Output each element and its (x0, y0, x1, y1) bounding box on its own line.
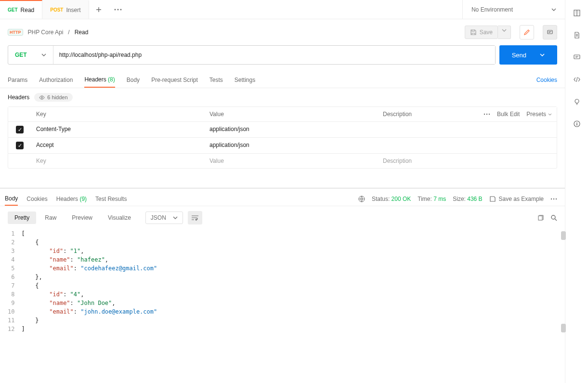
breadcrumb-request: Read (75, 29, 89, 36)
new-tab-button[interactable] (89, 0, 108, 19)
method-badge: POST (50, 7, 63, 13)
view-preview[interactable]: Preview (65, 211, 99, 224)
documentation-icon[interactable] (573, 9, 581, 17)
col-description: Description (378, 107, 468, 121)
tabs-more-button[interactable] (108, 0, 128, 19)
format-selector[interactable]: JSON (145, 211, 183, 224)
response-body-viewer[interactable]: 123456789101112 [ { "id": "1", "name": "… (0, 229, 565, 333)
headers-table: Key Value Description Bulk Edit Presets … (8, 106, 557, 169)
document-icon[interactable] (573, 31, 581, 40)
svg-point-13 (551, 215, 555, 219)
view-visualize[interactable]: Visualize (101, 211, 138, 224)
save-button[interactable]: Save (465, 26, 498, 39)
send-button[interactable]: Send (499, 45, 557, 65)
hidden-headers-toggle[interactable]: 6 hidden (34, 93, 72, 102)
search-button[interactable] (550, 214, 557, 221)
tab-body[interactable]: Body (127, 73, 140, 87)
presets-dropdown[interactable]: Presets (526, 111, 552, 118)
tab-params[interactable]: Params (8, 73, 27, 87)
tab-tests[interactable]: Tests (209, 73, 223, 87)
tab-read[interactable]: GET Read (0, 0, 42, 19)
chevron-down-icon (502, 29, 507, 32)
tab-label: Read (21, 7, 35, 13)
header-key[interactable]: Content-Type (31, 122, 205, 137)
chevron-down-icon (540, 53, 545, 56)
send-label: Send (512, 52, 526, 59)
save-icon (470, 29, 477, 36)
response-tab-cookies[interactable]: Cookies (26, 193, 47, 205)
chevron-down-icon (551, 8, 556, 11)
bulk-edit-link[interactable]: Bulk Edit (497, 111, 520, 118)
info-icon[interactable] (573, 119, 581, 128)
svg-point-6 (486, 114, 487, 115)
svg-point-10 (553, 198, 554, 199)
http-badge-icon: HTTP (8, 29, 23, 36)
copy-button[interactable] (537, 214, 544, 221)
globe-icon[interactable] (358, 196, 365, 202)
header-value[interactable]: application/json (205, 138, 378, 153)
response-tab-body[interactable]: Body (5, 192, 18, 206)
code-icon[interactable] (573, 75, 581, 84)
tab-settings[interactable]: Settings (235, 73, 255, 87)
view-pretty[interactable]: Pretty (8, 211, 36, 224)
method-selector[interactable]: GET (8, 46, 53, 64)
method-badge: GET (8, 7, 18, 13)
header-value-input[interactable]: Value (205, 154, 378, 168)
comments-button[interactable] (543, 25, 557, 40)
tab-headers[interactable]: Headers (8) (84, 72, 115, 88)
response-tab-tests[interactable]: Test Results (95, 193, 127, 205)
scrollbar-thumb[interactable] (561, 231, 566, 240)
svg-point-9 (551, 198, 552, 199)
environment-selector[interactable]: No Environment (462, 0, 565, 19)
view-raw[interactable]: Raw (38, 211, 63, 224)
pencil-icon (523, 29, 530, 36)
save-dropdown[interactable] (498, 26, 511, 39)
cookies-link[interactable]: Cookies (536, 73, 557, 87)
breadcrumb-collection[interactable]: PHP Core Api (28, 29, 64, 36)
eye-icon (39, 95, 45, 100)
right-rail (565, 0, 588, 383)
col-key: Key (31, 107, 205, 121)
status-label: Status: 200 OK (372, 196, 411, 202)
comments-panel-icon[interactable] (573, 53, 581, 62)
header-value[interactable]: application/json (205, 122, 378, 137)
header-key[interactable]: Accept (31, 138, 205, 153)
header-desc[interactable] (378, 122, 557, 137)
chevron-down-icon (548, 113, 552, 116)
save-as-example-button[interactable]: Save as Example (489, 196, 544, 202)
row-checkbox[interactable]: ✓ (16, 126, 24, 133)
svg-point-11 (556, 198, 557, 199)
tab-insert[interactable]: POST Insert (42, 0, 89, 19)
edit-button[interactable] (520, 25, 534, 40)
svg-point-0 (114, 9, 116, 10)
table-row-empty: Key Value Description (8, 154, 557, 168)
table-header-row: Key Value Description Bulk Edit Presets (8, 107, 557, 122)
svg-point-7 (489, 114, 490, 115)
environment-label: No Environment (471, 6, 513, 13)
save-icon (489, 196, 496, 202)
tab-prerequest[interactable]: Pre-request Script (151, 73, 198, 87)
col-value: Value (205, 107, 378, 121)
breadcrumb-separator: / (68, 29, 69, 36)
chevron-down-icon (173, 216, 178, 219)
svg-point-4 (41, 97, 43, 98)
header-desc-input[interactable]: Description (378, 154, 557, 168)
response-more-icon[interactable] (550, 198, 557, 200)
wrap-lines-button[interactable] (188, 211, 202, 225)
scrollbar-thumb[interactable] (561, 324, 566, 332)
lightbulb-icon[interactable] (573, 97, 581, 106)
svg-rect-15 (574, 55, 580, 59)
url-input[interactable] (53, 46, 495, 64)
row-checkbox[interactable]: ✓ (16, 142, 24, 149)
save-label: Save (480, 29, 493, 36)
more-icon[interactable] (483, 113, 490, 115)
header-desc[interactable] (378, 138, 557, 153)
tab-authorization[interactable]: Authorization (39, 73, 73, 87)
headers-title: Headers (8, 94, 29, 101)
svg-point-1 (117, 9, 118, 10)
copy-icon (537, 214, 544, 221)
header-key-input[interactable]: Key (31, 154, 205, 168)
response-tab-headers[interactable]: Headers (9) (56, 193, 87, 205)
wrap-icon (191, 215, 199, 221)
svg-rect-3 (548, 30, 552, 34)
